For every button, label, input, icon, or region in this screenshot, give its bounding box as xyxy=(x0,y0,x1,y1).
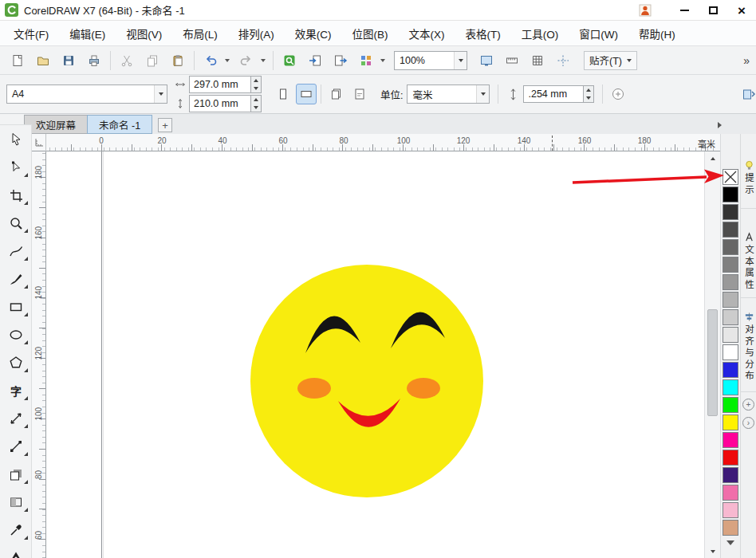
close-button[interactable]: × xyxy=(727,0,756,21)
transparency-tool[interactable] xyxy=(0,488,32,516)
launcher-dropdown-caret[interactable] xyxy=(380,59,385,62)
redo-dropdown-caret[interactable] xyxy=(261,59,266,62)
menu-bitmaps[interactable]: 位图(B) xyxy=(342,23,399,44)
straight-line-connector-tool[interactable] xyxy=(0,432,32,460)
palette-scroll-down-button[interactable] xyxy=(726,540,734,545)
color-swatch[interactable] xyxy=(723,344,738,360)
menu-effects[interactable]: 效果(C) xyxy=(285,23,342,44)
drawing-canvas[interactable] xyxy=(46,151,704,558)
docker-tab-align-distribute[interactable]: 对齐与分布 xyxy=(741,308,756,392)
redo-button[interactable] xyxy=(235,49,257,71)
open-document-button[interactable] xyxy=(32,49,53,71)
freehand-tool[interactable] xyxy=(0,237,32,265)
color-swatch[interactable] xyxy=(723,327,738,343)
page-width-input[interactable]: 297.0 mm xyxy=(189,76,251,93)
color-swatch[interactable] xyxy=(723,257,738,273)
vertical-scrollbar[interactable] xyxy=(704,151,720,558)
show-rulers-button[interactable] xyxy=(501,49,522,71)
tab-untitled-document[interactable]: 未命名 -1 xyxy=(87,115,152,134)
menu-tools[interactable]: 工具(O) xyxy=(511,23,569,44)
ruler-origin[interactable] xyxy=(32,134,46,151)
fullscreen-preview-button[interactable] xyxy=(475,49,497,71)
apply-current-page-button[interactable] xyxy=(349,84,370,104)
color-swatch[interactable] xyxy=(723,309,738,325)
maximize-button[interactable] xyxy=(699,0,727,21)
search-content-button[interactable] xyxy=(278,49,300,71)
tab-scroll-right-button[interactable] xyxy=(713,119,726,132)
menu-text[interactable]: 文本(X) xyxy=(399,23,455,44)
smiley-drawing[interactable] xyxy=(46,151,704,558)
save-button[interactable] xyxy=(57,49,79,71)
shape-tool[interactable] xyxy=(0,153,32,181)
snap-to-button[interactable]: 贴齐(T) xyxy=(584,51,637,70)
menu-window[interactable]: 窗口(W) xyxy=(569,23,628,44)
scrollbar-thumb[interactable] xyxy=(707,309,718,416)
color-swatch[interactable] xyxy=(723,222,738,238)
new-tab-button[interactable]: + xyxy=(158,118,172,132)
ellipse-tool[interactable] xyxy=(0,320,32,348)
page-size-combobox[interactable]: A4 xyxy=(6,84,167,104)
undo-button[interactable] xyxy=(199,49,221,71)
scroll-down-button[interactable] xyxy=(705,544,721,558)
rectangle-tool[interactable] xyxy=(0,293,32,320)
color-swatch[interactable] xyxy=(723,432,738,448)
color-swatch[interactable] xyxy=(723,485,738,501)
menu-edit[interactable]: 编辑(E) xyxy=(59,23,116,44)
undo-dropdown-caret[interactable] xyxy=(225,59,230,62)
import-button[interactable] xyxy=(304,49,325,71)
tab-welcome-screen[interactable]: 欢迎屏幕 xyxy=(24,115,88,134)
page-height-input[interactable]: 210.0 mm xyxy=(189,95,251,112)
color-swatch[interactable] xyxy=(723,415,738,430)
page-width-spinner[interactable] xyxy=(251,76,262,93)
color-swatch[interactable] xyxy=(723,204,738,220)
show-guidelines-button[interactable] xyxy=(552,49,573,71)
print-button[interactable] xyxy=(83,49,104,71)
export-button[interactable] xyxy=(329,49,351,71)
color-swatch[interactable] xyxy=(723,502,738,518)
menu-file[interactable]: 文件(F) xyxy=(3,23,59,44)
paste-button[interactable] xyxy=(167,49,188,71)
zoom-level-combobox[interactable]: 100% xyxy=(394,51,467,70)
polygon-tool[interactable] xyxy=(0,348,32,376)
color-swatch[interactable] xyxy=(723,187,738,202)
units-combobox[interactable]: 毫米 xyxy=(407,84,490,104)
crop-tool[interactable] xyxy=(0,181,32,209)
propbar-overflow-button[interactable] xyxy=(738,84,756,104)
no-fill-swatch[interactable] xyxy=(723,169,738,185)
smiley-face-circle[interactable] xyxy=(250,265,483,497)
show-grid-button[interactable] xyxy=(526,49,548,71)
menu-layout[interactable]: 布局(L) xyxy=(172,23,228,44)
color-eyedropper-tool[interactable] xyxy=(0,516,32,544)
outline-pen-tool[interactable] xyxy=(0,544,32,558)
application-launcher-button[interactable] xyxy=(355,49,376,71)
cut-button[interactable] xyxy=(116,49,137,71)
minimize-button[interactable] xyxy=(670,0,699,21)
smiley-left-cheek[interactable] xyxy=(297,378,331,399)
color-swatch[interactable] xyxy=(723,520,738,536)
artistic-media-tool[interactable] xyxy=(0,265,32,293)
pick-tool[interactable] xyxy=(0,125,32,153)
nudge-offset-spinner[interactable] xyxy=(584,85,594,103)
zoom-tool[interactable] xyxy=(0,209,32,237)
page-size-dropdown-button[interactable] xyxy=(154,85,167,103)
toolbar-overflow-button[interactable]: » xyxy=(743,54,750,67)
portrait-orientation-button[interactable] xyxy=(273,84,293,104)
units-dropdown-button[interactable] xyxy=(476,85,489,103)
zoom-dropdown-button[interactable] xyxy=(454,52,467,69)
color-swatch[interactable] xyxy=(723,467,738,483)
menu-table[interactable]: 表格(T) xyxy=(455,23,511,44)
color-swatch[interactable] xyxy=(723,450,738,466)
quick-customize-button[interactable] xyxy=(608,84,628,104)
docker-tab-hints[interactable]: 提示 xyxy=(741,156,756,209)
docker-options-button[interactable]: › xyxy=(742,417,754,429)
copy-button[interactable] xyxy=(141,49,163,71)
nudge-offset-input[interactable]: .254 mm xyxy=(523,85,584,103)
menu-view[interactable]: 视图(V) xyxy=(116,23,172,44)
color-swatch[interactable] xyxy=(723,397,738,413)
color-swatch[interactable] xyxy=(723,239,738,255)
color-swatch[interactable] xyxy=(723,274,738,290)
smiley-right-cheek[interactable] xyxy=(407,378,440,399)
docker-add-button[interactable]: + xyxy=(742,399,754,411)
account-sign-in-icon[interactable] xyxy=(636,2,654,19)
drop-shadow-tool[interactable] xyxy=(0,460,32,488)
